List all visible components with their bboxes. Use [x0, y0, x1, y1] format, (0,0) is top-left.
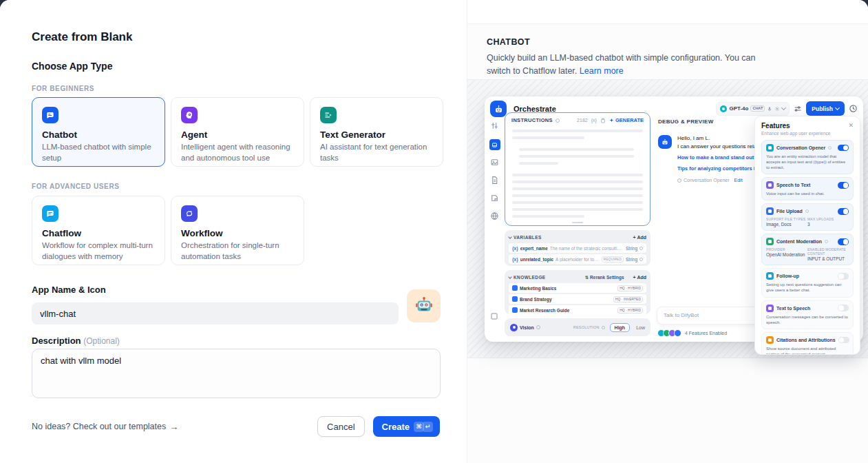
token-count: 2182	[577, 118, 588, 123]
spec-label: SUPPORT FILE TYPES	[766, 217, 807, 221]
feature-toggle	[838, 182, 849, 189]
feature-card-content-moderation: Content Moderation PROVIDER OpenAI Moder…	[761, 234, 854, 265]
create-from-blank-panel: Create from Blank Choose App Type FOR BE…	[0, 0, 467, 463]
resolution-low-option: Low	[636, 325, 645, 330]
add-knowledge-button: + Add	[633, 275, 646, 280]
app-name-label: App Name & Icon	[32, 285, 106, 295]
chevron-down-icon	[835, 105, 840, 110]
app-avatar	[490, 101, 507, 117]
app-type-card-agent[interactable]: Agent Intelligent agent with reasoning a…	[171, 97, 304, 167]
features-enabled-label: 4 Features Enabled	[685, 331, 727, 336]
variable-type: String	[626, 257, 637, 262]
opener-icon	[677, 178, 681, 183]
spec-value: INPUT & OUTPUT	[807, 256, 849, 261]
required-badge: REQUIRED	[602, 256, 624, 263]
follow-up-icon	[766, 272, 774, 280]
spark-icon	[609, 118, 614, 123]
info-icon	[825, 240, 828, 243]
spec-label: MAX UPLOADS	[807, 217, 849, 221]
templates-link-text: No ideas? Check out our templates	[32, 422, 166, 431]
knowledge-name: Market Research Guide	[520, 308, 615, 313]
speech-to-text-icon	[766, 181, 774, 189]
app-type-title: Text Generator	[320, 130, 433, 140]
rail-note-icon	[490, 194, 499, 203]
vision-panel: Vision RESOLUTION High Low	[505, 318, 650, 336]
info-icon	[805, 209, 809, 213]
spec-value: OpenAI Moderation	[766, 252, 807, 257]
feature-toggle	[838, 337, 849, 344]
features-subtitle: Enhance web-app user experience	[761, 131, 854, 136]
app-name-input[interactable]	[32, 302, 399, 325]
close-icon: ✕	[848, 123, 854, 129]
variable-icon: {x}	[512, 257, 518, 262]
feature-desc: Voice input can be used in chat.	[766, 191, 849, 196]
feature-card-speech-to-text: Speech to Text Voice input can be used i…	[761, 177, 854, 200]
dataset-icon	[512, 307, 518, 313]
robot-face-icon	[661, 138, 669, 146]
knowledge-name: Brand Strategy	[520, 297, 611, 302]
features-enabled-row: 4 Features Enabled	[657, 329, 727, 337]
info-icon	[602, 326, 605, 329]
add-label: Add	[637, 235, 646, 240]
feature-name: File Upload	[776, 209, 803, 214]
citations-icon	[766, 336, 774, 344]
feature-toggle	[838, 145, 849, 152]
variable-settings-icon	[639, 258, 643, 261]
suggestion-1: How to make a brand stand out?	[677, 154, 757, 161]
robot-face-icon	[494, 104, 504, 114]
app-type-title: Workflow	[181, 228, 294, 238]
for-beginners-label: FOR BEGINNERS	[32, 85, 94, 92]
generate-label: GENERATE	[615, 117, 644, 123]
feature-toggle	[838, 305, 849, 311]
rail-sliders-icon	[490, 121, 499, 130]
feature-toggle	[838, 238, 849, 245]
feature-desc: Setting up next questions suggestion can…	[766, 282, 849, 293]
instructions-skeleton	[505, 125, 650, 218]
preview-top-strip	[467, 0, 868, 24]
model-provider-icon	[720, 105, 727, 112]
feature-name: Speech to Text	[776, 183, 810, 187]
app-type-title: Agent	[181, 130, 294, 140]
features-panel: Features ✕ Enhance web-app user experien…	[754, 116, 860, 355]
debug-preview-heading: DEBUG & PREVIEW	[658, 119, 714, 125]
choose-app-type-label: Choose App Type	[32, 61, 112, 72]
file-upload-icon	[766, 207, 774, 215]
feature-desc: Show source document and attributed sect…	[766, 346, 849, 355]
preview-description: Quickly build an LLM-based chatbot with …	[487, 52, 769, 78]
app-type-card-chatflow[interactable]: Chatflow Workflow for complex multi-turn…	[32, 196, 165, 265]
variable-name: unrelated_topic	[520, 257, 553, 262]
app-type-card-workflow[interactable]: Workflow Orchestration for single-turn a…	[171, 196, 304, 265]
chatflow-icon	[42, 205, 59, 222]
rail-globe-icon	[490, 212, 499, 220]
chevron-down-icon	[508, 235, 512, 239]
robot-emoji-icon	[414, 296, 434, 316]
templates-link[interactable]: No ideas? Check out our templates →	[32, 422, 178, 431]
spec-label: ENABLED MODERATE CONTENT	[807, 247, 849, 256]
app-type-title: Chatflow	[42, 228, 155, 238]
feature-desc: Conversation messages can be converted t…	[766, 314, 849, 325]
app-type-card-text-generator[interactable]: Text Generator AI assistant for text gen…	[310, 97, 443, 167]
create-button[interactable]: Create ⌘ ↵	[373, 416, 440, 437]
arrow-right-icon: →	[169, 422, 178, 431]
knowledge-badge: HQ · INVERTED	[613, 296, 643, 302]
dialog-actions: Cancel Create ⌘ ↵	[317, 416, 440, 437]
app-icon-picker[interactable]	[407, 289, 441, 322]
cancel-button[interactable]: Cancel	[317, 416, 364, 437]
info-icon	[536, 325, 540, 329]
page-title: Create from Blank	[32, 30, 132, 44]
learn-more-link[interactable]: Learn more	[580, 66, 624, 76]
create-app-dialog: Create from Blank Choose App Type FOR BE…	[0, 0, 868, 463]
chevron-down-icon	[508, 275, 512, 279]
rail-image-icon	[490, 158, 499, 167]
info-icon	[828, 146, 832, 150]
description-textarea[interactable]: chat with vllm model	[32, 349, 441, 398]
app-type-card-chatbot[interactable]: Chatbot LLM-based chatbot with simple se…	[32, 97, 165, 167]
feature-card-file-upload: File Upload SUPPORT FILE TYPES Image, Do…	[761, 203, 854, 231]
variables-panel: VARIABLES + Add {x} expert_name The name…	[505, 230, 650, 266]
resolution-high-option: High	[610, 323, 631, 332]
chevron-down-icon	[781, 105, 786, 110]
create-button-label: Create	[382, 422, 410, 432]
app-type-desc: Intelligent agent with reasoning and aut…	[181, 142, 294, 163]
feature-card-conversation-opener: Conversation Opener You are an entity ex…	[761, 140, 854, 174]
text-to-speech-icon	[766, 305, 774, 312]
